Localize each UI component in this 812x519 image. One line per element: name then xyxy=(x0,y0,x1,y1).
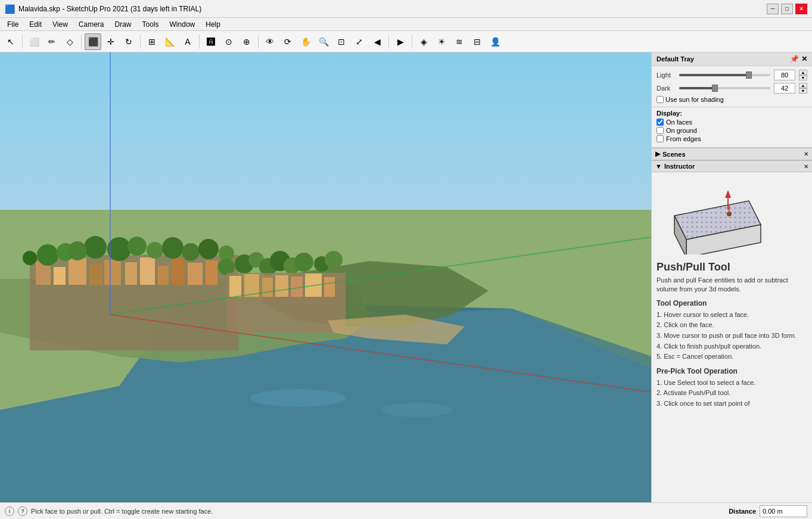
dark-spinners[interactable]: ▲ ▼ xyxy=(799,83,807,94)
info-icon[interactable]: i xyxy=(5,506,14,516)
question-icon[interactable]: ? xyxy=(18,506,27,516)
light-slider-track[interactable] xyxy=(679,74,770,76)
tool-button-move[interactable]: ✛ xyxy=(102,33,119,50)
tool-button-next[interactable]: ▶ xyxy=(392,33,409,50)
menu-item-draw[interactable]: Draw xyxy=(110,19,136,30)
tool-button-zoom-window[interactable]: ⊡ xyxy=(333,33,350,50)
operation-item: 3. Move cursor to push or pull face into… xyxy=(657,331,807,341)
tool-button-scale[interactable]: ⊞ xyxy=(144,33,160,50)
light-spinners[interactable]: ▲ ▼ xyxy=(799,70,807,80)
tool-button-text[interactable]: A xyxy=(179,33,196,50)
tool-button-fog[interactable]: ≋ xyxy=(451,33,468,50)
menu-item-window[interactable]: Window xyxy=(165,19,200,30)
status-message: Pick face to push or pull. Ctrl = toggle… xyxy=(31,508,213,515)
menu-item-tools[interactable]: Tools xyxy=(138,19,164,30)
menu-item-camera[interactable]: Camera xyxy=(74,19,109,30)
dark-slider-track[interactable] xyxy=(679,87,770,89)
title-bar-controls[interactable]: ─ □ ✕ xyxy=(767,4,807,14)
main-layout: Default Tray 📌 ✕ Light 80 ▲ ▼ xyxy=(0,52,812,502)
display-on-ground: On ground xyxy=(657,127,807,134)
minimize-button[interactable]: ─ xyxy=(767,4,779,14)
on-faces-checkbox[interactable] xyxy=(657,119,664,126)
tool-button-eraser[interactable]: ⬜ xyxy=(26,33,42,50)
tool-button-edge-style[interactable]: ⊟ xyxy=(469,33,486,50)
tray-title: Default Tray xyxy=(657,55,694,63)
instructor-tool-title: Push/Pull Tool xyxy=(657,261,807,274)
instructor-section-header[interactable]: ▼ Instructor ✕ xyxy=(652,160,812,172)
operation-item: 5. Esc = Cancel operation. xyxy=(657,352,807,362)
tool-button-shadows[interactable]: ☀ xyxy=(433,33,450,50)
menu-item-edit[interactable]: Edit xyxy=(24,19,46,30)
toolbar-separator-1 xyxy=(22,35,23,49)
menu-item-view[interactable]: View xyxy=(48,19,73,30)
restore-button[interactable]: □ xyxy=(781,4,793,14)
svg-point-37 xyxy=(325,251,343,269)
tool-button-section[interactable]: ⊙ xyxy=(220,33,237,50)
svg-point-22 xyxy=(147,242,163,259)
on-faces-label: On faces xyxy=(666,119,692,126)
tool-button-select[interactable]: ↖ xyxy=(2,33,19,50)
tool-button-orbit[interactable]: ⟳ xyxy=(279,33,296,50)
tool-button-tape[interactable]: 📐 xyxy=(161,33,178,50)
operation-list: 1. Hover cursor to select a face.2. Clic… xyxy=(657,310,807,362)
svg-rect-41 xyxy=(262,278,273,297)
scenes-section-header[interactable]: ▶ Scenes ✕ xyxy=(652,148,812,160)
scenes-label: Scenes xyxy=(662,151,686,158)
svg-point-49 xyxy=(250,389,346,407)
tool-button-previous[interactable]: ◀ xyxy=(369,33,385,50)
operation-title: Tool Operation xyxy=(657,299,807,307)
tray-close-icon[interactable]: ✕ xyxy=(801,55,807,63)
title-bar-title: Malavida.skp - SketchUp Pro 2021 (31 day… xyxy=(18,5,201,13)
sun-checkbox-wrapper[interactable]: Use sun for shading xyxy=(657,96,724,103)
sun-checkbox[interactable] xyxy=(657,96,664,103)
tool-button-account[interactable]: 👤 xyxy=(487,33,503,50)
tool-button-3d-text[interactable]: 🅰 xyxy=(203,33,219,50)
svg-rect-7 xyxy=(54,267,66,285)
dark-down-btn[interactable]: ▼ xyxy=(799,88,807,94)
tool-button-shapes[interactable]: ◇ xyxy=(61,33,78,50)
from-edges-label: From edges xyxy=(666,135,701,142)
on-ground-checkbox[interactable] xyxy=(657,127,664,134)
tool-button-zoom[interactable]: 🔍 xyxy=(315,33,332,50)
sun-label: Use sun for shading xyxy=(665,96,724,103)
menu-item-file[interactable]: File xyxy=(2,19,23,30)
status-bar: i ? Pick face to push or pull. Ctrl = to… xyxy=(0,502,812,519)
distance-label: Distance xyxy=(729,508,756,515)
tool-button-pan[interactable]: ✋ xyxy=(297,33,314,50)
tool-button-push-pull[interactable]: ⬛ xyxy=(85,33,101,50)
light-label: Light xyxy=(657,72,676,79)
tool-button-pencil[interactable]: ✏ xyxy=(43,33,60,50)
scenes-close-icon[interactable]: ✕ xyxy=(804,151,808,157)
instructor-close-icon[interactable]: ✕ xyxy=(804,163,808,170)
svg-point-23 xyxy=(162,237,183,259)
tool-button-style[interactable]: ◈ xyxy=(415,33,432,50)
svg-rect-14 xyxy=(172,259,185,285)
tool-button-look-around[interactable]: 👁 xyxy=(262,33,278,50)
distance-input[interactable] xyxy=(760,505,807,517)
display-from-edges: From edges xyxy=(657,135,807,142)
instructor-section: Push/Pull Tool Push and pull Face entiti… xyxy=(652,172,812,502)
menu-item-help[interactable]: Help xyxy=(201,19,225,30)
viewport[interactable] xyxy=(0,52,651,502)
svg-point-28 xyxy=(68,241,87,260)
tool-button-axes[interactable]: ⊕ xyxy=(238,33,255,50)
display-section: Display: On faces On ground From edges xyxy=(652,107,812,148)
svg-rect-8 xyxy=(69,258,86,285)
pre-pick-title: Pre-Pick Tool Operation xyxy=(657,367,807,375)
close-button[interactable]: ✕ xyxy=(795,4,807,14)
instructor-triangle-icon: ▼ xyxy=(655,163,662,170)
svg-rect-9 xyxy=(89,264,102,285)
svg-point-27 xyxy=(84,236,107,259)
push-pull-illustration xyxy=(657,177,770,254)
tray-pin-icon[interactable]: 📌 xyxy=(790,55,799,63)
svg-point-35 xyxy=(294,253,313,272)
tool-button-rotate[interactable]: ↻ xyxy=(120,33,137,50)
light-up-btn[interactable]: ▲ xyxy=(799,70,807,75)
status-right: Distance xyxy=(729,505,807,517)
tray-header: Default Tray 📌 ✕ xyxy=(652,52,812,66)
dark-up-btn[interactable]: ▲ xyxy=(799,83,807,88)
light-down-btn[interactable]: ▼ xyxy=(799,75,807,80)
from-edges-checkbox[interactable] xyxy=(657,135,664,142)
svg-rect-15 xyxy=(188,263,203,285)
tool-button-zoom-fit[interactable]: ⤢ xyxy=(351,33,368,50)
